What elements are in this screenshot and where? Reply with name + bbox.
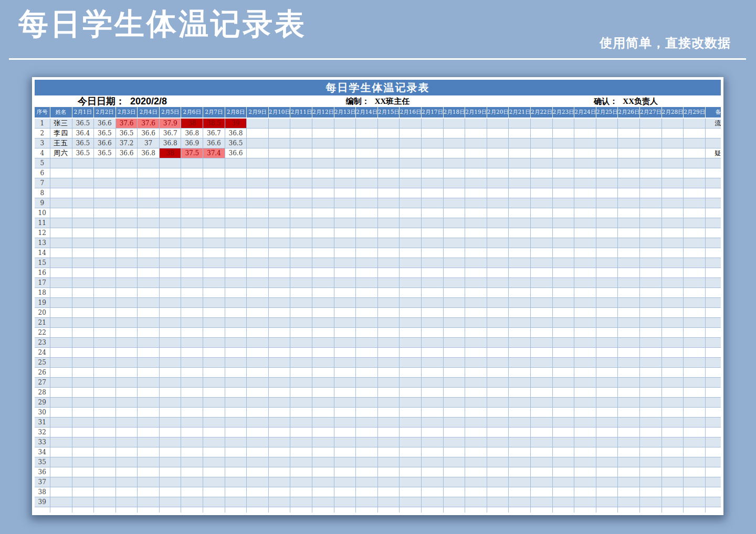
temp-cell[interactable]: [312, 178, 334, 188]
temp-cell[interactable]: [487, 477, 509, 487]
temp-cell[interactable]: [465, 497, 487, 507]
temp-cell[interactable]: [443, 368, 465, 378]
temp-cell[interactable]: [312, 198, 334, 208]
temp-cell[interactable]: [596, 497, 618, 507]
temp-cell[interactable]: [138, 178, 160, 188]
temp-cell[interactable]: [574, 398, 596, 408]
temp-cell[interactable]: [422, 358, 444, 368]
temp-cell[interactable]: [334, 248, 356, 258]
temp-cell[interactable]: [552, 268, 574, 278]
remark-cell[interactable]: [705, 288, 721, 298]
temp-cell[interactable]: [268, 298, 290, 308]
temp-cell[interactable]: [509, 298, 531, 308]
temp-cell[interactable]: [509, 178, 531, 188]
temp-cell[interactable]: [530, 298, 552, 308]
temp-cell[interactable]: [159, 358, 181, 368]
temp-cell[interactable]: [639, 208, 662, 218]
temp-cell[interactable]: 37.6: [116, 118, 138, 129]
temp-cell[interactable]: [684, 497, 706, 507]
name-cell[interactable]: [50, 378, 72, 388]
temp-cell[interactable]: [530, 248, 552, 258]
temp-cell[interactable]: [334, 178, 356, 188]
temp-cell[interactable]: [159, 158, 181, 168]
temp-cell[interactable]: [203, 467, 225, 477]
temp-cell[interactable]: [72, 278, 94, 288]
temp-cell[interactable]: [487, 198, 509, 208]
temp-cell[interactable]: [138, 318, 160, 328]
temp-cell[interactable]: [422, 467, 444, 477]
temp-cell[interactable]: [377, 338, 400, 348]
temp-cell[interactable]: [203, 218, 225, 228]
temp-cell[interactable]: [487, 158, 509, 168]
temp-cell[interactable]: [181, 378, 203, 388]
temp-cell[interactable]: [356, 418, 378, 428]
temp-cell[interactable]: [138, 477, 160, 487]
temp-cell[interactable]: [465, 457, 487, 467]
temp-cell[interactable]: [312, 318, 334, 328]
temp-cell[interactable]: [334, 368, 356, 378]
temp-cell[interactable]: [225, 487, 247, 497]
temp-cell[interactable]: [377, 118, 400, 129]
temp-cell[interactable]: [639, 129, 662, 138]
temp-cell[interactable]: [181, 228, 203, 238]
remark-cell[interactable]: [705, 378, 721, 388]
temp-cell[interactable]: [596, 467, 618, 477]
temp-cell[interactable]: [422, 378, 444, 388]
temp-cell[interactable]: [225, 228, 247, 238]
temp-cell[interactable]: [422, 198, 444, 208]
remark-cell[interactable]: [705, 178, 721, 188]
temp-cell[interactable]: [72, 487, 94, 497]
name-cell[interactable]: [50, 358, 72, 368]
remark-cell[interactable]: [705, 348, 721, 358]
temp-cell[interactable]: [422, 248, 444, 258]
temp-cell[interactable]: 38.5: [203, 118, 225, 129]
temp-cell[interactable]: [138, 388, 160, 398]
temp-cell[interactable]: [247, 268, 269, 278]
temp-cell[interactable]: [574, 437, 596, 447]
temp-cell[interactable]: [116, 178, 138, 188]
temp-cell[interactable]: [465, 258, 487, 268]
temp-cell[interactable]: [422, 258, 444, 268]
temp-cell[interactable]: [377, 437, 400, 447]
temp-cell[interactable]: [72, 318, 94, 328]
temp-cell[interactable]: [116, 328, 138, 338]
temp-cell[interactable]: [181, 258, 203, 268]
temp-cell[interactable]: [465, 487, 487, 497]
temp-cell[interactable]: [509, 318, 531, 328]
temp-cell[interactable]: [487, 238, 509, 248]
temp-cell[interactable]: [312, 428, 334, 437]
temp-cell[interactable]: [509, 248, 531, 258]
temp-cell[interactable]: 39: [225, 118, 247, 129]
temp-cell[interactable]: [94, 238, 116, 248]
temp-cell[interactable]: [552, 188, 574, 198]
temp-cell[interactable]: [181, 348, 203, 358]
temp-cell[interactable]: [94, 437, 116, 447]
temp-cell[interactable]: [684, 218, 706, 228]
remark-cell[interactable]: [705, 358, 721, 368]
temp-cell[interactable]: [159, 238, 181, 248]
temp-cell[interactable]: [684, 228, 706, 238]
temp-cell[interactable]: [377, 218, 400, 228]
temp-cell[interactable]: [225, 437, 247, 447]
temp-cell[interactable]: [552, 218, 574, 228]
temp-cell[interactable]: [465, 268, 487, 278]
temp-cell[interactable]: [596, 288, 618, 298]
temp-cell[interactable]: [377, 158, 400, 168]
temp-cell[interactable]: [181, 338, 203, 348]
index-cell[interactable]: 25: [35, 358, 50, 368]
temp-cell[interactable]: [225, 398, 247, 408]
temp-cell[interactable]: [662, 248, 684, 258]
temp-cell[interactable]: [662, 158, 684, 168]
temp-cell[interactable]: [116, 208, 138, 218]
temp-cell[interactable]: [290, 378, 312, 388]
temp-cell[interactable]: [290, 238, 312, 248]
temp-cell[interactable]: [530, 358, 552, 368]
temp-cell[interactable]: [552, 328, 574, 338]
temp-cell[interactable]: [684, 258, 706, 268]
temp-cell[interactable]: [487, 308, 509, 318]
temp-cell[interactable]: [138, 418, 160, 428]
temp-cell[interactable]: [530, 188, 552, 198]
temp-cell[interactable]: [618, 258, 640, 268]
temp-cell[interactable]: 37.6: [138, 118, 160, 129]
temp-cell[interactable]: 36.6: [138, 129, 160, 138]
